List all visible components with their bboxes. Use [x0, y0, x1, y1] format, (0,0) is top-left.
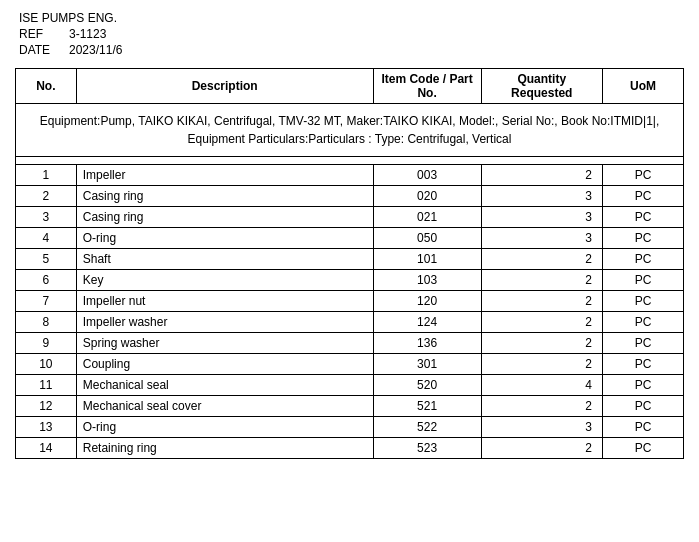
- cell-description: Retaining ring: [76, 438, 373, 459]
- cell-no: 4: [16, 228, 77, 249]
- cell-no: 14: [16, 438, 77, 459]
- cell-no: 1: [16, 165, 77, 186]
- cell-description: Casing ring: [76, 186, 373, 207]
- col-header-uom: UoM: [603, 69, 684, 104]
- cell-uom: PC: [603, 291, 684, 312]
- spacer-row: [16, 157, 684, 165]
- date-value: 2023/11/6: [65, 42, 126, 58]
- cell-quantity: 2: [481, 354, 602, 375]
- cell-no: 2: [16, 186, 77, 207]
- cell-quantity: 2: [481, 165, 602, 186]
- cell-uom: PC: [603, 228, 684, 249]
- cell-no: 12: [16, 396, 77, 417]
- cell-no: 11: [16, 375, 77, 396]
- cell-uom: PC: [603, 438, 684, 459]
- cell-quantity: 2: [481, 291, 602, 312]
- cell-description: Shaft: [76, 249, 373, 270]
- cell-no: 9: [16, 333, 77, 354]
- col-header-no: No.: [16, 69, 77, 104]
- cell-no: 8: [16, 312, 77, 333]
- cell-description: Mechanical seal: [76, 375, 373, 396]
- cell-quantity: 2: [481, 396, 602, 417]
- cell-no: 7: [16, 291, 77, 312]
- cell-uom: PC: [603, 312, 684, 333]
- table-row: 1Impeller0032PC: [16, 165, 684, 186]
- cell-quantity: 3: [481, 417, 602, 438]
- cell-quantity: 2: [481, 249, 602, 270]
- cell-item-code: 101: [373, 249, 481, 270]
- cell-item-code: 136: [373, 333, 481, 354]
- table-row: 12Mechanical seal cover5212PC: [16, 396, 684, 417]
- cell-uom: PC: [603, 375, 684, 396]
- table-row: 11Mechanical seal5204PC: [16, 375, 684, 396]
- cell-quantity: 3: [481, 228, 602, 249]
- date-label: DATE: [15, 42, 65, 58]
- cell-no: 13: [16, 417, 77, 438]
- cell-quantity: 3: [481, 186, 602, 207]
- col-header-quantity: Quantity Requested: [481, 69, 602, 104]
- cell-description: O-ring: [76, 417, 373, 438]
- cell-item-code: 120: [373, 291, 481, 312]
- cell-uom: PC: [603, 417, 684, 438]
- cell-item-code: 021: [373, 207, 481, 228]
- cell-item-code: 020: [373, 186, 481, 207]
- cell-item-code: 521: [373, 396, 481, 417]
- cell-description: O-ring: [76, 228, 373, 249]
- table-row: 14Retaining ring5232PC: [16, 438, 684, 459]
- ref-value: 3-1123: [65, 26, 126, 42]
- cell-quantity: 2: [481, 333, 602, 354]
- table-row: 3Casing ring0213PC: [16, 207, 684, 228]
- cell-uom: PC: [603, 396, 684, 417]
- cell-no: 3: [16, 207, 77, 228]
- cell-uom: PC: [603, 165, 684, 186]
- equipment-text: Equipment:Pump, TAIKO KIKAI, Centrifugal…: [16, 104, 684, 157]
- table-row: 8Impeller washer1242PC: [16, 312, 684, 333]
- equipment-row: Equipment:Pump, TAIKO KIKAI, Centrifugal…: [16, 104, 684, 157]
- company-info-table: ISE PUMPS ENG. REF 3-1123 DATE 2023/11/6: [15, 10, 126, 58]
- table-row: 10Coupling3012PC: [16, 354, 684, 375]
- cell-quantity: 2: [481, 438, 602, 459]
- cell-description: Mechanical seal cover: [76, 396, 373, 417]
- cell-description: Impeller: [76, 165, 373, 186]
- cell-item-code: 522: [373, 417, 481, 438]
- ref-label: REF: [15, 26, 65, 42]
- cell-no: 5: [16, 249, 77, 270]
- table-row: 2Casing ring0203PC: [16, 186, 684, 207]
- table-row: 5Shaft1012PC: [16, 249, 684, 270]
- cell-description: Casing ring: [76, 207, 373, 228]
- company-name: ISE PUMPS ENG.: [15, 10, 126, 26]
- cell-quantity: 3: [481, 207, 602, 228]
- main-table: No. Description Item Code / Part No. Qua…: [15, 68, 684, 459]
- page: ISE PUMPS ENG. REF 3-1123 DATE 2023/11/6…: [0, 0, 699, 469]
- cell-description: Spring washer: [76, 333, 373, 354]
- header-info: ISE PUMPS ENG. REF 3-1123 DATE 2023/11/6: [15, 10, 684, 58]
- cell-item-code: 301: [373, 354, 481, 375]
- cell-uom: PC: [603, 333, 684, 354]
- col-header-description: Description: [76, 69, 373, 104]
- cell-no: 6: [16, 270, 77, 291]
- cell-uom: PC: [603, 270, 684, 291]
- cell-item-code: 103: [373, 270, 481, 291]
- cell-uom: PC: [603, 354, 684, 375]
- cell-item-code: 050: [373, 228, 481, 249]
- cell-item-code: 523: [373, 438, 481, 459]
- cell-item-code: 520: [373, 375, 481, 396]
- cell-item-code: 003: [373, 165, 481, 186]
- cell-description: Impeller washer: [76, 312, 373, 333]
- cell-quantity: 2: [481, 312, 602, 333]
- cell-no: 10: [16, 354, 77, 375]
- cell-uom: PC: [603, 249, 684, 270]
- cell-description: Impeller nut: [76, 291, 373, 312]
- cell-description: Coupling: [76, 354, 373, 375]
- cell-item-code: 124: [373, 312, 481, 333]
- table-row: 7Impeller nut1202PC: [16, 291, 684, 312]
- table-row: 13O-ring5223PC: [16, 417, 684, 438]
- cell-quantity: 2: [481, 270, 602, 291]
- table-row: 9Spring washer1362PC: [16, 333, 684, 354]
- col-header-item-code: Item Code / Part No.: [373, 69, 481, 104]
- cell-uom: PC: [603, 186, 684, 207]
- cell-description: Key: [76, 270, 373, 291]
- table-row: 4O-ring0503PC: [16, 228, 684, 249]
- cell-uom: PC: [603, 207, 684, 228]
- table-row: 6Key1032PC: [16, 270, 684, 291]
